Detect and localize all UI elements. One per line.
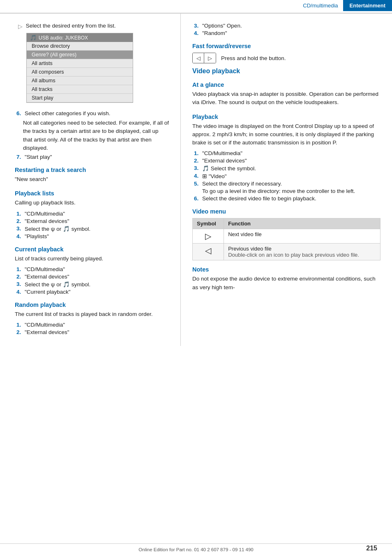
fast-forward-box: ◁ ▷ Press and hold the button. bbox=[192, 53, 380, 63]
usb-menu-item-6[interactable]: Start play bbox=[27, 94, 133, 102]
notes-heading: Notes bbox=[192, 266, 380, 273]
right-step-4: 4. "Random" bbox=[192, 30, 380, 36]
playback-list-steps: 1."CD/Multimedia"2."External devices"3.S… bbox=[15, 211, 169, 239]
video-menu-table: Symbol Function ▷Next video file◁Previou… bbox=[192, 218, 380, 260]
header-cd-tab[interactable]: CD/multimedia bbox=[298, 0, 343, 11]
current-playback-steps-num-2: 3. bbox=[16, 281, 25, 287]
restarting-heading: Restarting a track search bbox=[15, 167, 169, 173]
random-playback-intro: The current list of tracks is played bac… bbox=[15, 310, 169, 318]
rewind-button[interactable]: ◁ bbox=[193, 53, 204, 63]
random-playback-steps-text-1: "External devices" bbox=[25, 329, 169, 335]
right-top-steps: 3. "Options" Open. 4. "Random" bbox=[192, 23, 380, 36]
left-column: ▷ Select the desired entry from the list… bbox=[0, 14, 181, 346]
main-content: ▷ Select the desired entry from the list… bbox=[0, 14, 392, 346]
usb-menu-item-4[interactable]: All albums bbox=[27, 77, 133, 85]
step-6-num: 6. bbox=[16, 110, 25, 116]
right-playback-item-2: 3.🎵 Select the symbol. bbox=[192, 165, 380, 172]
table-row-0: ▷Next video file bbox=[193, 229, 380, 244]
random-playback-steps-item-1: 2."External devices" bbox=[15, 329, 169, 335]
step-7-num: 7. bbox=[16, 154, 25, 160]
right-step-3: 3. "Options" Open. bbox=[192, 23, 380, 29]
ff-text: Press and hold the button. bbox=[221, 55, 286, 61]
playback-list-steps-text-0: "CD/Multimedia" bbox=[25, 211, 169, 217]
bullet-pointer-icon: ▷ bbox=[18, 23, 24, 30]
current-playback-steps-item-0: 1."CD/Multimedia" bbox=[15, 266, 169, 272]
usb-menu-list: Browse directoryGenre? (All genres)All a… bbox=[27, 42, 133, 102]
step4-video-icon: ⊞ bbox=[202, 173, 209, 179]
playback-list-steps-num-2: 3. bbox=[16, 225, 25, 232]
right-playback-num-3: 4. bbox=[194, 173, 202, 179]
current-playback-steps-text-0: "CD/Multimedia" bbox=[25, 266, 169, 272]
playback-list-steps-text-1: "External devices" bbox=[25, 218, 169, 224]
page-number: 215 bbox=[366, 545, 377, 552]
right-playback-item-3: 4.⊞ "Video" bbox=[192, 173, 380, 179]
right-playback-detail-5: 5.To go up a level in the directory: mov… bbox=[192, 188, 380, 194]
current-playback-steps: 1."CD/Multimedia"2."External devices"3.S… bbox=[15, 266, 169, 295]
playback-text: The video image is displayed on the fron… bbox=[192, 122, 380, 147]
right-column: 3. "Options" Open. 4. "Random" Fast forw… bbox=[181, 14, 392, 346]
playback-list-steps-text-2: Select the ψ or 🎵 symbol. bbox=[25, 225, 169, 232]
playback-list-steps-num-3: 4. bbox=[16, 233, 25, 239]
random-playback-steps-text-0: "CD/Multimedia" bbox=[25, 322, 169, 328]
table-symbol-0: ▷ bbox=[193, 229, 224, 244]
random-playback-steps-num-0: 1. bbox=[16, 322, 25, 328]
right-step-3-text: "Options" Open. bbox=[202, 23, 380, 29]
usb-screenshot-box: 🎵 USB audio: JUKEBOX Browse directoryGen… bbox=[26, 33, 133, 103]
random-playback-steps-item-0: 1."CD/Multimedia" bbox=[15, 322, 169, 328]
current-playback-steps-num-3: 4. bbox=[16, 289, 25, 295]
video-playback-heading: Video playback bbox=[192, 67, 380, 75]
intro-section: ▷ Select the desired entry from the list… bbox=[15, 23, 169, 30]
usb-menu-item-5[interactable]: All tracks bbox=[27, 85, 133, 94]
usb-menu-item-2[interactable]: All artists bbox=[27, 59, 133, 68]
current-playback-steps-item-3: 4."Current playback" bbox=[15, 289, 169, 295]
table-header-symbol: Symbol bbox=[193, 218, 224, 229]
playback-heading: Playback bbox=[192, 114, 380, 120]
right-playback-item-5: 6.Select the desired video file to begin… bbox=[192, 195, 380, 202]
current-playback-steps-num-0: 1. bbox=[16, 266, 25, 272]
current-playback-heading: Current playback bbox=[15, 246, 169, 253]
right-playback-content-5: Select the desired video file to begin p… bbox=[202, 195, 316, 202]
playback-list-steps-item-1: 2."External devices" bbox=[15, 218, 169, 224]
playback-lists-intro: Calling up playback lists. bbox=[15, 199, 169, 207]
ff-button-group[interactable]: ◁ ▷ bbox=[192, 53, 216, 63]
right-playback-steps: 1."CD/Multimedia"2."External devices"3.🎵… bbox=[192, 150, 380, 202]
current-playback-intro: List of tracks currently being played. bbox=[15, 255, 169, 263]
usb-menu-item-0[interactable]: Browse directory bbox=[27, 42, 133, 51]
video-menu-heading: Video menu bbox=[192, 208, 380, 215]
step-7-text: "Start play" bbox=[25, 154, 169, 160]
right-step-3-num: 3. bbox=[194, 23, 202, 29]
page-footer: Online Edition for Part no. 01 40 2 607 … bbox=[0, 543, 392, 552]
usb-title-bar: 🎵 USB audio: JUKEBOX bbox=[27, 33, 133, 42]
current-playback-steps-text-3: "Current playback" bbox=[25, 289, 169, 295]
right-playback-num-1: 2. bbox=[194, 158, 202, 164]
random-playback-steps: 1."CD/Multimedia"2."External devices" bbox=[15, 322, 169, 335]
at-a-glance-heading: At a glance bbox=[192, 81, 380, 88]
video-table-body: ▷Next video file◁Previous video fileDoub… bbox=[193, 229, 380, 260]
playback-lists-heading: Playback lists bbox=[15, 190, 169, 197]
at-a-glance-text: Video playback via snap-in adapter is po… bbox=[192, 90, 380, 107]
right-playback-num-4: 5. bbox=[194, 181, 202, 187]
playback-list-steps-num-0: 1. bbox=[16, 211, 25, 217]
usb-menu-item-1[interactable]: Genre? (All genres) bbox=[27, 51, 133, 59]
playback-list-steps-item-3: 4."Playlists" bbox=[15, 233, 169, 239]
current-playback-steps-text-2: Select the ψ or 🎵 symbol. bbox=[25, 281, 169, 288]
right-playback-content-0: "CD/Multimedia" bbox=[202, 150, 242, 156]
right-playback-item-4: 5.Select the directory if necessary. bbox=[192, 181, 380, 187]
header-entertainment-tab: Entertainment bbox=[343, 0, 392, 11]
step-6-detail: Not all categories need to be selected. … bbox=[23, 119, 169, 152]
step-6: 6. Select other categories if you wish. bbox=[15, 110, 169, 116]
right-playback-item-1: 2."External devices" bbox=[192, 158, 380, 164]
right-step-4-num: 4. bbox=[194, 30, 202, 36]
current-playback-steps-num-1: 2. bbox=[16, 274, 25, 280]
table-function-1: Previous video fileDouble-click on an ic… bbox=[224, 244, 380, 260]
intro-text: Select the desired entry from the list. bbox=[26, 23, 116, 29]
footer-text: Online Edition for Part no. 01 40 2 607 … bbox=[138, 547, 253, 552]
right-playback-content-2: 🎵 Select the symbol. bbox=[202, 165, 256, 172]
right-playback-num-5: 6. bbox=[194, 195, 202, 202]
right-step-4-text: "Random" bbox=[202, 30, 380, 36]
fast-forward-heading: Fast forward/reverse bbox=[192, 43, 380, 49]
usb-menu-item-3[interactable]: All composers bbox=[27, 68, 133, 77]
table-row-1: ◁Previous video fileDouble-click on an i… bbox=[193, 244, 380, 260]
current-playback-steps-item-2: 3.Select the ψ or 🎵 symbol. bbox=[15, 281, 169, 288]
forward-button[interactable]: ▷ bbox=[204, 53, 216, 63]
